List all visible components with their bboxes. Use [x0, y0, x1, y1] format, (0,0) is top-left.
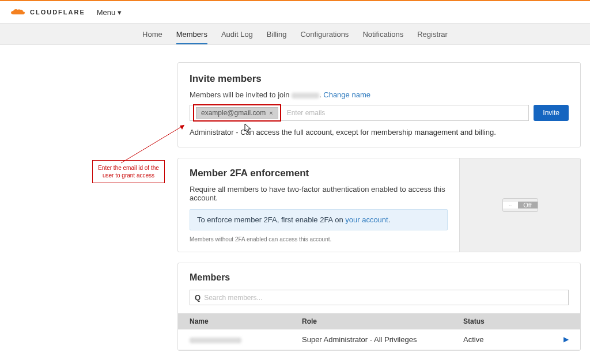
- member-name-redacted: [190, 338, 241, 343]
- members-search[interactable]: Q: [190, 290, 569, 305]
- invite-subtitle: Members will be invited to join . Change…: [190, 90, 569, 99]
- invite-panel: Invite members Members will be invited t…: [177, 62, 581, 147]
- twofa-info: To enforce member 2FA, first enable 2FA …: [190, 209, 448, 230]
- twofa-title: Member 2FA enforcement: [190, 168, 448, 179]
- nav-home[interactable]: Home: [142, 24, 162, 44]
- remove-chip-icon[interactable]: ×: [269, 109, 273, 116]
- members-table-header: Name Role Status: [178, 313, 580, 329]
- twofa-panel: Member 2FA enforcement Require all membe…: [177, 158, 581, 252]
- nav-billing[interactable]: Billing: [267, 24, 287, 44]
- twofa-toggle[interactable]: ·· Off: [502, 198, 538, 212]
- member-status: Active: [463, 335, 483, 344]
- table-row[interactable]: Super Administrator - All Privileges Act…: [178, 329, 580, 350]
- tab-nav: Home Members Audit Log Billing Configura…: [0, 23, 590, 45]
- members-title: Members: [178, 263, 580, 290]
- svg-line-0: [121, 125, 184, 163]
- col-status: Status: [463, 317, 569, 325]
- email-chip: example@gmail.com ×: [196, 107, 278, 119]
- annotation-arrow: [115, 124, 190, 170]
- brand-text: CLOUDFLARE: [30, 9, 85, 16]
- role-description: Administrator - Can access the full acco…: [190, 128, 569, 136]
- cloudflare-icon: [10, 8, 28, 16]
- email-placeholder: Enter emails: [287, 109, 326, 117]
- invite-button[interactable]: Invite: [534, 105, 569, 121]
- chevron-right-icon: ▶: [563, 335, 569, 344]
- member-role: Super Administrator - All Privileges: [302, 335, 463, 344]
- header: CLOUDFLARE Menu ▾: [0, 1, 590, 23]
- email-input[interactable]: example@gmail.com × Enter emails: [190, 105, 529, 121]
- nav-members[interactable]: Members: [176, 24, 207, 44]
- brand-logo[interactable]: CLOUDFLARE: [10, 8, 85, 16]
- nav-configurations[interactable]: Configurations: [301, 24, 349, 44]
- caret-down-icon: ▾: [118, 8, 122, 17]
- col-role: Role: [302, 317, 463, 325]
- members-panel: Members Q Name Role Status Super Adminis…: [177, 263, 581, 351]
- invite-title: Invite members: [190, 73, 569, 85]
- search-input[interactable]: [204, 294, 563, 302]
- change-name-link[interactable]: Change name: [323, 90, 370, 99]
- search-icon: Q: [195, 293, 201, 302]
- nav-registrar[interactable]: Registrar: [417, 24, 448, 44]
- your-account-link[interactable]: your account: [345, 215, 388, 224]
- menu-label: Menu: [97, 8, 116, 17]
- twofa-note: Members without 2FA enabled can access t…: [190, 236, 448, 242]
- nav-notifications[interactable]: Notifications: [362, 24, 403, 44]
- toggle-on-icon: ··: [503, 202, 518, 208]
- toggle-off-label: Off: [518, 202, 538, 208]
- account-name-redacted: [292, 93, 319, 98]
- annotation-highlight: example@gmail.com ×: [193, 104, 281, 122]
- col-name: Name: [190, 317, 302, 325]
- nav-audit-log[interactable]: Audit Log: [221, 24, 253, 44]
- menu-dropdown[interactable]: Menu ▾: [97, 8, 122, 17]
- twofa-subtitle: Require all members to have two-factor a…: [190, 185, 448, 202]
